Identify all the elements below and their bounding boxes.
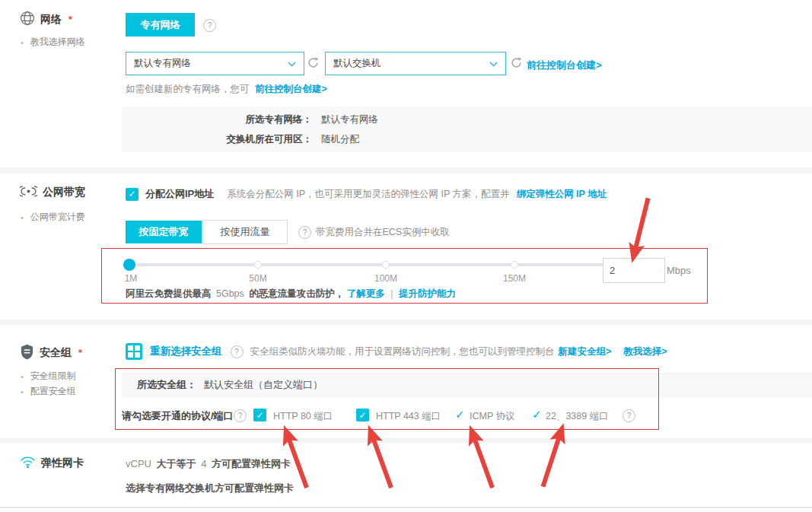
bandwidth-section-title: 公网带宽 xyxy=(43,186,85,199)
summary-row-vpc: 所选专有网络： 默认专有网络 xyxy=(122,113,812,126)
refresh-vswitch-icon[interactable] xyxy=(511,57,522,71)
protect-text: 阿里云免费提供最高 xyxy=(126,288,212,299)
nic-line1-mid: 大于等于 xyxy=(157,458,196,469)
assign-public-ip-checkbox[interactable]: ✓ xyxy=(126,188,139,201)
nic-section-title: 弹性网卡 xyxy=(41,456,84,470)
vpc-select-value: 默认专有网络 xyxy=(134,57,191,70)
bandwidth-fee-help-icon[interactable]: ? xyxy=(298,226,311,239)
broadcast-icon xyxy=(20,186,37,199)
grid-icon[interactable] xyxy=(126,343,142,360)
ssh-rdp-check-icon[interactable]: ✓ xyxy=(532,408,542,421)
icmp-check-icon[interactable]: ✓ xyxy=(455,408,465,421)
protect-text2: 的恶意流量攻击防护， xyxy=(249,288,344,299)
section-divider xyxy=(0,438,812,443)
vpc-type-button[interactable]: 专有网络 xyxy=(126,13,195,37)
refresh-vpc-icon[interactable] xyxy=(307,57,319,71)
selected-sg-box: 所选安全组： 默认安全组（自定义端口） xyxy=(122,372,812,398)
selected-vpc-label: 所选专有网络： xyxy=(122,113,312,126)
sidebar-item-sg-limit[interactable]: • 安全组限制 xyxy=(21,370,76,383)
sidebar-item-sg-config[interactable]: • 配置安全组 xyxy=(21,385,76,398)
bullet-icon: • xyxy=(21,387,24,396)
ddos-protect-line: 阿里云免费提供最高 5Gbps 的恶意流量攻击防护， 了解更多 | 提升防护能力 xyxy=(126,288,456,301)
annotation-arrow-http80 xyxy=(276,422,315,491)
tab-by-traffic[interactable]: 按使用流量 xyxy=(202,220,288,244)
slider-stop-100m xyxy=(382,261,390,269)
ssh-rdp-help-icon[interactable]: ? xyxy=(623,409,635,422)
vpc-select[interactable]: 默认专有网络 xyxy=(126,52,304,75)
nic-vcpu-text: vCPU xyxy=(126,458,151,469)
nic-section-header: 弹性网卡 xyxy=(20,455,84,471)
section-divider xyxy=(0,167,812,173)
bottom-divider xyxy=(0,507,812,508)
bandwidth-slider: 1M 50M 100M 150M 200M xyxy=(126,255,651,287)
reselect-sg-link[interactable]: 重新选择安全组 xyxy=(150,345,222,358)
slider-stop-50m xyxy=(254,261,262,269)
network-section-title: 网络 xyxy=(40,13,62,27)
ssh-rdp-label: 22、3389 端口 xyxy=(546,410,609,423)
security-section-header: 安全组 * xyxy=(20,344,82,362)
network-help-icon[interactable]: ? xyxy=(203,19,216,32)
chevron-down-icon xyxy=(489,59,498,69)
annotation-arrow-http443 xyxy=(361,422,400,491)
selected-sg-label: 所选安全组： xyxy=(137,378,196,392)
bind-eip-link[interactable]: 绑定弹性公网 IP 地址 xyxy=(517,188,607,201)
upgrade-protect-link[interactable]: 提升防护能力 xyxy=(399,288,456,299)
slider-tick-1m: 1M xyxy=(125,273,138,284)
protect-value: 5Gbps xyxy=(216,288,244,299)
slider-tick-100m: 100M xyxy=(374,273,397,284)
slider-handle[interactable] xyxy=(123,259,135,271)
section-divider xyxy=(0,320,812,325)
annotation-arrow-ssh-rdp xyxy=(535,421,572,489)
ports-row-label: 请勾选要开通的协议/端口： xyxy=(122,409,244,423)
nic-line1-post: 方可配置弹性网卡 xyxy=(212,458,291,469)
bandwidth-section-header: 公网带宽 xyxy=(20,186,85,199)
selected-vpc-value: 默认专有网络 xyxy=(321,113,378,126)
learn-more-link[interactable]: 了解更多 xyxy=(347,288,385,299)
slider-tick-150m: 150M xyxy=(503,273,526,284)
selected-sg-value: 默认安全组（自定义端口） xyxy=(204,378,323,392)
choose-network-label: 教我选择网络 xyxy=(30,36,85,49)
http80-checkbox[interactable]: ✓ xyxy=(253,409,266,421)
create-sg-link[interactable]: 新建安全组> xyxy=(559,345,612,358)
sidebar-item-choose-network[interactable]: • 教我选择网络 xyxy=(21,36,85,49)
vswitch-select-value: 默认交换机 xyxy=(333,57,381,70)
create-vpc-hint: 如需创建新的专有网络，您可 前往控制台创建> xyxy=(126,83,327,96)
http80-label: HTTP 80 端口 xyxy=(273,410,333,423)
ecs-network-config-page: 网络 * • 教我选择网络 专有网络 ? 默认专有网络 默认交换机 前往控制台创… xyxy=(0,0,812,512)
bandwidth-value-input[interactable] xyxy=(603,258,665,283)
ports-help-icon[interactable]: ? xyxy=(234,409,247,422)
ports-row: 请勾选要开通的协议/端口： ? ✓ HTTP 80 端口 ✓ HTTP 443 … xyxy=(0,408,812,425)
check-icon: ✓ xyxy=(256,410,263,421)
divider: | xyxy=(390,288,393,299)
slider-stop-150m xyxy=(511,261,518,269)
bandwidth-unit-label: Mbps xyxy=(667,265,691,276)
bandwidth-billing-label: 公网带宽计费 xyxy=(30,211,85,224)
vswitch-zone-label: 交换机所在可用区： xyxy=(122,133,312,146)
sidebar-item-bandwidth-billing[interactable]: • 公网带宽计费 xyxy=(21,211,85,224)
bullet-icon: • xyxy=(21,38,24,47)
globe-icon xyxy=(20,11,35,28)
annotation-arrow-icmp xyxy=(462,422,501,491)
bandwidth-fee-hint: 带宽费用合并在ECS实例中收取 xyxy=(316,226,450,239)
sg-help-icon[interactable]: ? xyxy=(231,345,244,358)
create-vpc-hint-link[interactable]: 前往控制台创建> xyxy=(255,84,327,94)
check-icon: ✓ xyxy=(128,189,135,199)
nic-requirement-line1: vCPU 大于等于 4 方可配置弹性网卡 xyxy=(126,457,291,471)
teach-choose-sg-link[interactable]: 教我选择> xyxy=(623,345,667,358)
chevron-down-icon xyxy=(288,59,296,69)
wifi-icon xyxy=(20,455,36,471)
nic-vcpu-count: 4 xyxy=(201,458,206,469)
slider-tick-50m: 50M xyxy=(249,273,266,284)
goto-console-create-link[interactable]: 前往控制台创建> xyxy=(527,59,602,72)
bullet-icon: • xyxy=(21,213,24,222)
nic-requirement-line2: 选择专有网络交换机方可配置弹性网卡 xyxy=(126,482,294,495)
vswitch-select[interactable]: 默认交换机 xyxy=(325,52,506,75)
check-icon: ✓ xyxy=(358,410,366,421)
bandwidth-mode-tabs: 按固定带宽 按使用流量 ? 带宽费用合并在ECS实例中收取 xyxy=(126,220,450,244)
http443-checkbox[interactable]: ✓ xyxy=(356,409,369,421)
vswitch-zone-value: 随机分配 xyxy=(321,133,359,146)
sg-limit-label: 安全组限制 xyxy=(30,370,76,383)
assign-public-ip-row: ✓ 分配公网IP地址 系统会分配公网 IP，也可采用更加灵活的弹性公网 IP 方… xyxy=(126,187,607,201)
tab-fixed-bandwidth[interactable]: 按固定带宽 xyxy=(126,221,202,243)
required-asterisk: * xyxy=(78,348,82,358)
